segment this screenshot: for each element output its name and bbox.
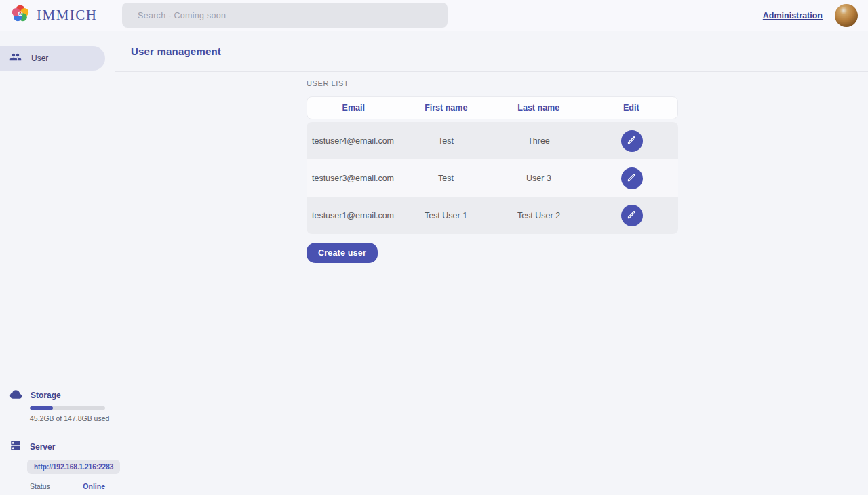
sidebar-item-user[interactable]: User (0, 46, 105, 71)
column-header-last-name: Last name (492, 103, 585, 113)
storage-title: Storage (31, 391, 61, 400)
edit-user-button[interactable] (621, 205, 643, 226)
status-value: Online (83, 482, 105, 490)
user-list-panel: USER LIST Email First name Last name Edi… (307, 79, 678, 263)
table-row: testuser1@email.com Test User 1 Test Use… (307, 197, 678, 234)
pencil-icon (627, 135, 637, 147)
top-bar: IMMICH Administration (0, 0, 868, 31)
cell-email: testuser1@email.com (307, 211, 399, 220)
table-header-row: Email First name Last name Edit (307, 96, 678, 119)
edit-user-button[interactable] (621, 130, 643, 152)
cell-first-name: Test (399, 136, 492, 146)
storage-progress-fill (30, 406, 53, 410)
search-input[interactable] (122, 3, 448, 28)
dns-icon (9, 439, 22, 454)
pencil-icon (627, 210, 637, 222)
users-icon (9, 51, 22, 66)
cloud-icon (9, 388, 22, 403)
sidebar-divider (9, 431, 105, 431)
topbar-right: Administration (763, 0, 858, 31)
storage-usage-text: 45.2GB of 147.8GB used (30, 414, 115, 422)
storage-section-header: Storage (0, 389, 115, 401)
sidebar-footer: Storage 45.2GB of 147.8GB used Server ht… (0, 389, 115, 495)
cell-last-name: Test User 2 (492, 211, 585, 220)
server-title: Server (30, 442, 55, 452)
column-header-edit: Edit (585, 103, 678, 113)
column-header-first-name: First name (400, 103, 493, 113)
cell-first-name: Test (399, 174, 492, 183)
cell-first-name: Test User 1 (399, 211, 492, 220)
create-user-button[interactable]: Create user (307, 243, 378, 263)
table-row: testuser3@email.com Test User 3 (307, 159, 678, 197)
pencil-icon (627, 172, 637, 184)
cell-email: testuser4@email.com (307, 136, 399, 146)
user-avatar[interactable] (835, 4, 858, 27)
administration-link[interactable]: Administration (763, 11, 823, 20)
edit-user-button[interactable] (621, 167, 643, 189)
main-content: User management USER LIST Email First na… (115, 31, 868, 495)
brand: IMMICH (11, 4, 98, 26)
page-title-bar: User management (115, 31, 868, 72)
table-row: testuser4@email.com Test Three (307, 122, 678, 159)
immich-logo-icon (11, 4, 30, 26)
server-status-row: Status Online (30, 482, 105, 490)
page-title: User management (131, 45, 221, 57)
server-section-header: Server (0, 441, 115, 453)
section-label: USER LIST (307, 79, 678, 87)
sidebar: User Storage 45.2GB of 147.8GB used Serv… (0, 31, 115, 495)
storage-progress-bar (30, 406, 105, 410)
brand-wordmark: IMMICH (37, 7, 98, 24)
cell-email: testuser3@email.com (307, 174, 399, 183)
cell-last-name: User 3 (492, 174, 585, 183)
cell-last-name: Three (492, 136, 585, 146)
column-header-email: Email (307, 103, 400, 113)
server-url-badge: http://192.168.1.216:2283 (27, 460, 120, 474)
status-label: Status (30, 482, 50, 490)
user-table-body: testuser4@email.com Test Three (307, 122, 678, 234)
sidebar-item-label: User (31, 54, 48, 63)
